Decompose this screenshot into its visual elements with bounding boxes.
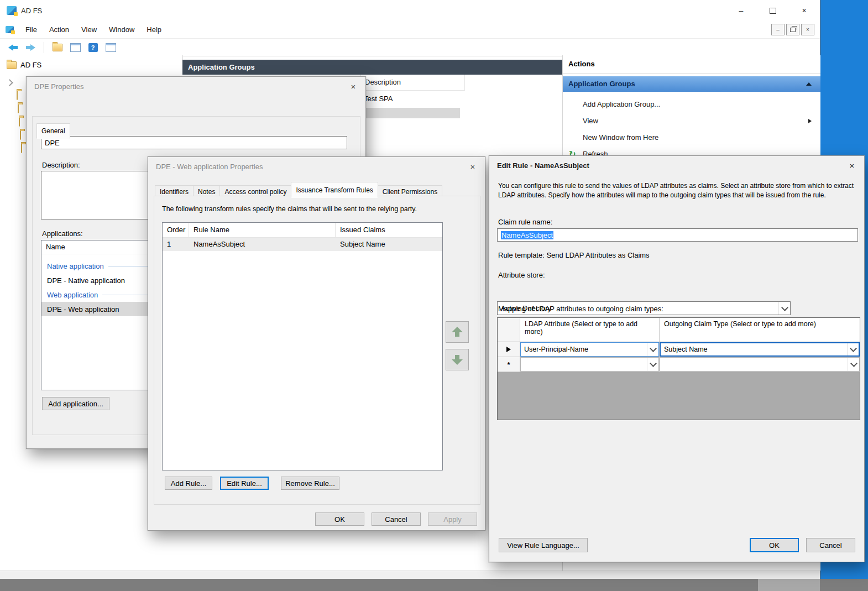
menu-window[interactable]: Window (103, 25, 140, 34)
edit-rule-description: You can configure this rule to send the … (498, 181, 857, 200)
column-rule-name[interactable]: Rule Name (189, 223, 336, 237)
name-field-value: DPE (45, 139, 60, 147)
up-arrow-icon (452, 327, 463, 337)
name-field[interactable]: DPE (41, 136, 347, 149)
new-ldap-attribute-dropdown[interactable] (520, 357, 659, 372)
export-list-button[interactable] (50, 41, 65, 54)
rules-header-row: Order Rule Name Issued Claims (163, 223, 442, 238)
mdi-close-button[interactable]: × (801, 24, 814, 35)
transform-rules-list: Order Rule Name Issued Claims 1 NameAsSu… (162, 222, 443, 470)
tree-root-node[interactable]: AD FS (0, 55, 182, 69)
mdi-restore-button[interactable] (786, 24, 799, 35)
description-label: Description: (42, 161, 80, 169)
webapp-apply-button[interactable]: Apply (428, 512, 477, 526)
new-outgoing-claim-dropdown[interactable] (660, 357, 860, 372)
export-folder-icon (53, 44, 62, 51)
window-title: AD FS (21, 7, 42, 15)
action-view[interactable]: View (563, 113, 820, 129)
maximize-button[interactable] (757, 0, 788, 21)
toolbar-separator (44, 42, 44, 53)
actions-section-label: Application Groups (568, 80, 635, 88)
mapping-grid: LDAP Attribute (Select or type to add mo… (497, 317, 860, 420)
action-new-window[interactable]: New Window from Here (563, 129, 820, 146)
menu-file[interactable]: File (19, 25, 43, 34)
taskbar-segment[interactable] (758, 579, 820, 591)
column-header-description[interactable]: Description (360, 75, 465, 91)
dropdown-chevron-icon (778, 302, 790, 315)
tree-folder-icon[interactable] (21, 144, 22, 153)
claim-rule-name-value: NameAsSubject (501, 231, 553, 239)
view-rule-language-button[interactable]: View Rule Language... (499, 538, 588, 552)
mapping-label: Mapping of LDAP attributes to outgoing c… (498, 305, 663, 313)
row-selector-current[interactable] (498, 342, 520, 357)
menu-help[interactable]: Help (140, 25, 168, 34)
move-rule-up-button[interactable] (446, 321, 469, 343)
rule-name-cell: NameAsSubject (189, 238, 336, 251)
taskbar[interactable] (0, 579, 868, 591)
ldap-attribute-dropdown[interactable]: User-Principal-Name (520, 342, 659, 357)
column-order[interactable]: Order (163, 223, 189, 237)
column-issued-claims[interactable]: Issued Claims (336, 223, 442, 237)
new-row-selector[interactable]: * (498, 357, 520, 372)
edit-rule-cancel-button[interactable]: Cancel (806, 538, 855, 552)
close-button[interactable]: × (788, 0, 820, 21)
tree-folder-icon[interactable] (17, 91, 18, 100)
actions-section-application-groups[interactable]: Application Groups (563, 76, 820, 92)
down-arrow-icon (452, 354, 463, 365)
actions-pane-header: Actions (563, 55, 820, 74)
tree-folder-icon[interactable] (20, 130, 21, 140)
move-rule-down-button[interactable] (446, 349, 469, 370)
dropdown-chevron-icon (847, 343, 859, 355)
edit-rule-close-button[interactable]: × (840, 156, 864, 175)
tab-issuance-transform-rules[interactable]: Issuance Transform Rules (291, 182, 378, 198)
tree-expand-chevron-icon[interactable] (6, 79, 13, 86)
grid-column-ldap-attribute[interactable]: LDAP Attribute (Select or type to add mo… (520, 318, 660, 342)
edit-rule-titlebar: Edit Rule - NameAsSubject × (489, 156, 864, 175)
web-application-properties-dialog: DPE - Web application Properties × Ident… (148, 156, 485, 531)
rule-row-nameassubject[interactable]: 1 NameAsSubject Subject Name (163, 238, 442, 251)
back-button[interactable] (6, 41, 20, 54)
webapp-ok-button[interactable]: OK (315, 512, 364, 526)
add-rule-button[interactable]: Add Rule... (165, 477, 212, 490)
menu-view[interactable]: View (75, 25, 103, 34)
edit-rule-ok-button[interactable]: OK (750, 538, 799, 552)
dpe-properties-close-button[interactable]: × (341, 77, 365, 96)
edit-rule-button[interactable]: Edit Rule... (220, 477, 269, 490)
tree-root-label: AD FS (20, 61, 41, 69)
ldap-attribute-value: User-Principal-Name (524, 346, 588, 353)
list-row-test-spa[interactable]: Test SPA (364, 95, 393, 103)
dpe-properties-titlebar: DPE Properties × (27, 77, 365, 96)
remove-rule-button[interactable]: Remove Rule... (281, 477, 339, 490)
console-icon (6, 26, 14, 33)
menu-action[interactable]: Action (43, 25, 75, 34)
toolbar: ? (0, 39, 820, 56)
mdi-minimize-button[interactable]: – (771, 24, 785, 35)
tree-folder-icon[interactable] (19, 117, 20, 127)
add-application-button[interactable]: Add application... (42, 397, 109, 410)
help-icon: ? (88, 43, 98, 52)
mdi-window-controls: – × (771, 24, 814, 35)
window-controls: – × (725, 0, 820, 21)
help-button[interactable]: ? (86, 41, 100, 54)
webapp-properties-close-button[interactable]: × (461, 157, 485, 176)
forward-button[interactable] (23, 41, 38, 54)
show-console-tree-button[interactable] (68, 41, 82, 54)
webapp-cancel-button[interactable]: Cancel (372, 512, 421, 526)
outgoing-claim-dropdown[interactable]: Subject Name (660, 342, 860, 357)
minimize-button[interactable]: – (725, 0, 757, 21)
action-add-application-group[interactable]: Add Application Group... (563, 96, 820, 113)
tab-general[interactable]: General (36, 123, 70, 139)
show-action-pane-button[interactable] (103, 41, 118, 54)
adfs-app-icon (7, 6, 17, 15)
group-web-label: Web application (47, 291, 98, 299)
claim-rule-name-field[interactable]: NameAsSubject (497, 228, 858, 242)
tree-folder-icon[interactable] (18, 104, 19, 113)
forward-arrow-icon (26, 44, 35, 51)
current-row-arrow-icon (506, 347, 511, 352)
edit-rule-title: Edit Rule - NameAsSubject (497, 161, 589, 170)
grid-column-outgoing-claim[interactable]: Outgoing Claim Type (Select or type to a… (660, 318, 860, 342)
selected-row-highlight[interactable] (360, 108, 460, 118)
dropdown-chevron-icon (647, 343, 658, 356)
grid-header-row: LDAP Attribute (Select or type to add mo… (498, 318, 860, 342)
restore-icon (790, 28, 796, 32)
